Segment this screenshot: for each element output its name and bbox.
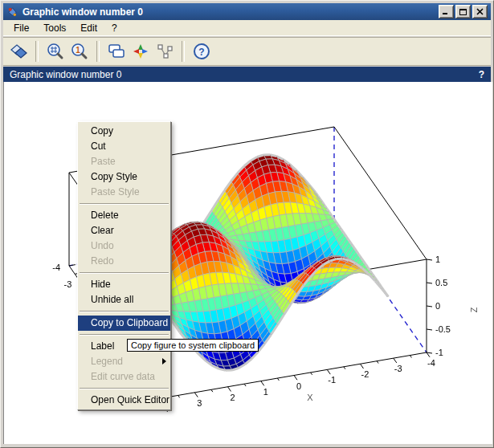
graphic-window: Graphic window number 0 File Tools Edit … — [0, 0, 494, 448]
svg-text:1: 1 — [76, 46, 80, 55]
title-bar[interactable]: Graphic window number 0 — [3, 3, 491, 20]
window-title: Graphic window number 0 — [22, 6, 143, 18]
menu-item-copy-to-clipboard[interactable]: Copy to Clipboard — [78, 316, 170, 331]
ged-button[interactable] — [104, 39, 129, 63]
zoom-reset-icon: 1 — [70, 42, 89, 61]
colormap-icon — [131, 42, 150, 61]
app-icon — [6, 6, 18, 18]
zoom-area-icon — [46, 42, 65, 61]
toolbar-separator — [35, 41, 39, 62]
figure-header: Graphic window number 0 ? — [3, 67, 491, 82]
menu-separator — [80, 334, 169, 336]
dialogs-icon — [107, 42, 126, 61]
menu-item-hide[interactable]: Hide — [78, 277, 170, 292]
toolbar-separator — [182, 41, 185, 62]
rotate-icon — [9, 42, 28, 61]
submenu-arrow-icon — [162, 358, 166, 365]
menu-item-delete[interactable]: Delete — [78, 208, 170, 223]
svg-text:?: ? — [198, 47, 204, 58]
menu-item-unhide-all[interactable]: Unhide all — [78, 292, 170, 307]
help-button[interactable]: ? — [190, 39, 214, 63]
menu-separator — [80, 272, 169, 274]
rotate-button[interactable] — [6, 39, 31, 63]
menu-item-open-quick-editor[interactable]: Open Quick Editor — [78, 393, 170, 408]
maximize-icon — [459, 8, 467, 15]
menu-item-clear[interactable]: Clear — [78, 223, 170, 238]
menu-separator — [80, 388, 169, 389]
close-button[interactable] — [472, 5, 488, 18]
menu-item-copy-style[interactable]: Copy Style — [78, 169, 170, 185]
menu-bar: File Tools Edit ? — [3, 20, 491, 36]
menu-separator — [80, 203, 169, 205]
menu-item-edit-curve-data: Edit curve data — [78, 369, 170, 385]
datatips-icon — [155, 42, 174, 61]
datatips-button[interactable] — [153, 39, 177, 63]
maximize-button[interactable] — [455, 5, 471, 18]
minimize-button[interactable] — [439, 5, 454, 18]
menu-separator — [80, 311, 169, 312]
toolbar: 1 — [3, 37, 491, 66]
close-icon — [476, 8, 484, 15]
figure-header-title: Graphic window number 0 — [10, 69, 121, 80]
menu-edit[interactable]: Edit — [73, 21, 104, 35]
colormap-button[interactable] — [129, 39, 153, 63]
menu-file[interactable]: File — [6, 21, 36, 35]
zoom-reset-button[interactable]: 1 — [67, 39, 92, 63]
toolbar-separator — [96, 41, 100, 62]
menu-item-paste-style: Paste Style — [78, 185, 170, 200]
menu-item-copy[interactable]: Copy — [78, 124, 170, 139]
menu-help[interactable]: ? — [104, 21, 125, 35]
menu-tools[interactable]: Tools — [36, 21, 73, 35]
context-menu: Copy Cut Paste Copy Style Paste Style De… — [77, 121, 171, 410]
minimize-icon — [443, 8, 451, 15]
menu-item-legend: Legend — [78, 354, 170, 369]
tooltip: Copy figure to system clipboard — [127, 339, 259, 352]
menu-item-paste: Paste — [78, 154, 170, 169]
figure-help-button[interactable]: ? — [479, 69, 484, 80]
menu-item-cut[interactable]: Cut — [78, 139, 170, 154]
help-icon: ? — [192, 42, 211, 61]
menu-item-redo: Redo — [78, 254, 170, 269]
menu-item-undo: Undo — [78, 238, 170, 254]
zoom-area-button[interactable] — [43, 39, 67, 63]
